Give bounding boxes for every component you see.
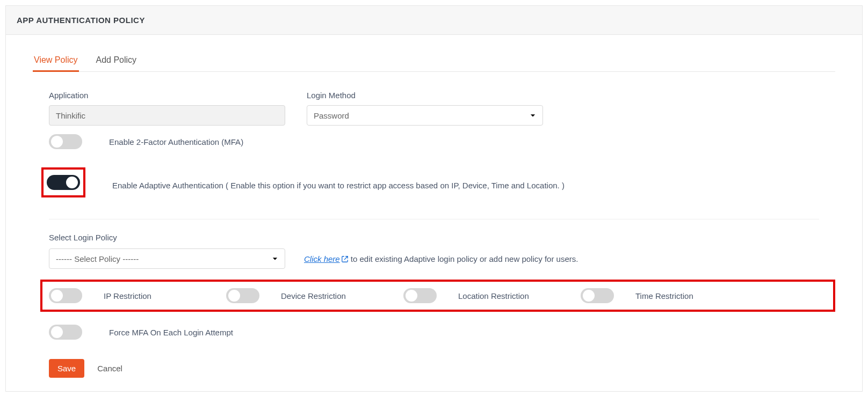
select-policy-label: Select Login Policy — [33, 233, 835, 242]
login-method-group: Login Method Password — [307, 91, 543, 126]
time-restriction-label: Time Restriction — [635, 291, 693, 300]
adaptive-label: Enable Adaptive Authentication ( Enable … — [112, 181, 565, 190]
panel-title: APP AUTHENTICATION POLICY — [6, 6, 862, 35]
mfa-toggle-row: Enable 2-Factor Authentication (MFA) — [33, 131, 835, 152]
external-link-icon — [341, 255, 349, 265]
restriction-highlight: IP Restriction Device Restriction Locati… — [40, 280, 835, 312]
mfa-label: Enable 2-Factor Authentication (MFA) — [109, 137, 243, 146]
select-policy-select[interactable]: ------ Select Policy ------ — [49, 248, 285, 269]
adaptive-toggle-row: Enable Adaptive Authentication ( Enable … — [33, 167, 835, 203]
tabs: View Policy Add Policy — [33, 51, 835, 72]
device-restriction-toggle[interactable] — [226, 288, 259, 303]
force-mfa-label: Force MFA On Each Login Attempt — [109, 328, 233, 337]
tab-view-policy[interactable]: View Policy — [33, 51, 79, 72]
time-restriction-toggle[interactable] — [581, 288, 614, 303]
application-input[interactable] — [49, 105, 285, 126]
separator — [49, 219, 819, 219]
auth-policy-panel: APP AUTHENTICATION POLICY View Policy Ad… — [5, 5, 863, 392]
restriction-section: IP Restriction Device Restriction Locati… — [40, 280, 835, 312]
device-restriction-label: Device Restriction — [281, 291, 346, 300]
device-restriction-item: Device Restriction — [226, 288, 382, 303]
mfa-toggle[interactable] — [49, 134, 82, 149]
button-row: Save Cancel — [33, 359, 835, 378]
ip-restriction-label: IP Restriction — [104, 291, 151, 300]
tab-add-policy[interactable]: Add Policy — [95, 51, 138, 72]
ip-restriction-item: IP Restriction — [49, 288, 205, 303]
select-policy-group: ------ Select Policy ------ — [49, 248, 285, 269]
click-here-link[interactable]: Click here — [304, 254, 349, 263]
force-mfa-row: Force MFA On Each Login Attempt — [33, 321, 835, 343]
login-method-label: Login Method — [307, 91, 543, 100]
force-mfa-toggle[interactable] — [49, 325, 82, 340]
location-restriction-label: Location Restriction — [458, 291, 529, 300]
time-restriction-item: Time Restriction — [581, 288, 693, 303]
application-group: Application — [49, 91, 285, 126]
cancel-button[interactable]: Cancel — [94, 363, 126, 373]
adaptive-highlight — [41, 167, 85, 197]
panel-body: View Policy Add Policy Application Login… — [6, 35, 862, 391]
policy-row: ------ Select Policy ------ Click here t… — [33, 248, 835, 269]
adaptive-toggle[interactable] — [47, 175, 80, 190]
login-method-select[interactable]: Password — [307, 105, 543, 126]
location-restriction-item: Location Restriction — [403, 288, 559, 303]
application-label: Application — [49, 91, 285, 100]
form-row-app-login: Application Login Method Password — [33, 91, 835, 126]
policy-help-text: Click here to edit existing Adaptive log… — [304, 254, 578, 269]
location-restriction-toggle[interactable] — [403, 288, 437, 303]
save-button[interactable]: Save — [49, 359, 84, 378]
ip-restriction-toggle[interactable] — [49, 288, 82, 303]
